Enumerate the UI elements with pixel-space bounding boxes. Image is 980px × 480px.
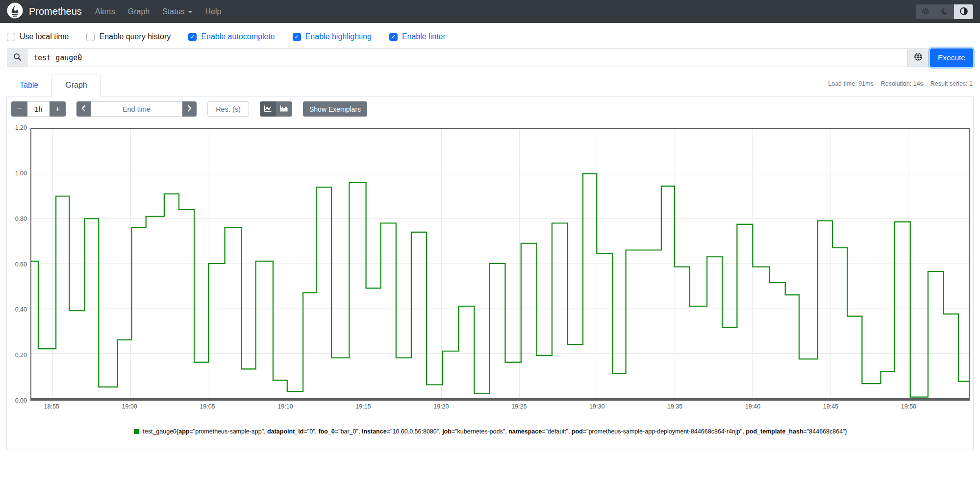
query-input[interactable] xyxy=(27,48,907,67)
legend: test_gauge0{app="prometheus-sample-app",… xyxy=(11,428,970,435)
x-tick-label: 19:45 xyxy=(823,403,838,410)
chevron-right-icon xyxy=(187,105,192,113)
checkbox-use-local-time[interactable]: Use local time xyxy=(7,32,69,41)
checkbox-enable-query-history[interactable]: Enable query history xyxy=(86,32,171,41)
series-swatch xyxy=(134,429,139,434)
nav-label: Graph xyxy=(128,7,150,16)
end-time-group xyxy=(76,101,197,117)
y-tick-label: 1.20 xyxy=(15,124,27,131)
range-stepper: − + xyxy=(11,101,66,117)
nav-links: Alerts Graph Status Help xyxy=(89,7,228,16)
prometheus-logo-icon xyxy=(7,2,23,21)
y-axis: 0.000.200.400.600.801.001.20 xyxy=(11,128,30,401)
chart: 0.000.200.400.600.801.001.20 18:5519:001… xyxy=(11,128,970,414)
checkbox-enable-autocomplete[interactable]: Enable autocomplete xyxy=(188,32,275,41)
tabs-row: Table Graph Load time: 91ms Resolution: … xyxy=(6,72,974,96)
load-time: Load time: 91ms xyxy=(828,80,873,87)
plot-area[interactable] xyxy=(30,128,970,401)
chart-type-toggle xyxy=(260,101,292,117)
chevron-left-icon xyxy=(81,105,86,113)
x-tick-label: 19:15 xyxy=(355,403,371,410)
range-increase-button[interactable]: + xyxy=(50,101,66,117)
navbar: Prometheus Alerts Graph Status Help xyxy=(0,0,980,23)
y-tick-label: 0.40 xyxy=(15,306,27,313)
checkbox-label: Enable query history xyxy=(99,32,171,41)
x-tick-label: 19:30 xyxy=(589,403,604,410)
checkbox-box[interactable] xyxy=(389,33,398,41)
checkbox-label: Use local time xyxy=(20,32,69,41)
settings-button[interactable] xyxy=(916,4,935,19)
query-stats: Load time: 91ms Resolution: 14s Result s… xyxy=(828,80,973,87)
checkbox-label: Enable highlighting xyxy=(305,32,372,41)
x-tick-label: 19:25 xyxy=(511,403,527,410)
legend-item[interactable]: test_gauge0{app="prometheus-sample-app",… xyxy=(134,428,847,435)
contrast-auto-icon xyxy=(959,7,968,17)
series-label: test_gauge0{app="prometheus-sample-app",… xyxy=(143,428,847,435)
y-tick-label: 0.80 xyxy=(15,216,27,222)
gear-icon xyxy=(921,7,930,17)
nav-label: Status xyxy=(162,7,184,16)
theme-toggle-group xyxy=(916,4,973,19)
resolution: Resolution: 14s xyxy=(881,80,923,87)
nav-label: Help xyxy=(205,7,222,16)
show-exemplars-button[interactable]: Show Exemplars xyxy=(303,101,367,117)
checkbox-box[interactable] xyxy=(188,33,197,41)
checkbox-label: Enable linter xyxy=(402,32,446,41)
x-tick-label: 19:00 xyxy=(122,403,137,410)
checkbox-box[interactable] xyxy=(86,33,95,41)
tab-graph[interactable]: Graph xyxy=(51,74,101,96)
options-row: Use local time Enable query history Enab… xyxy=(7,31,973,43)
x-tick-label: 19:40 xyxy=(745,403,760,410)
brand-text: Prometheus xyxy=(29,6,82,17)
x-tick-label: 18:55 xyxy=(44,403,59,410)
result-series: Result series: 1 xyxy=(930,80,973,87)
tab-table[interactable]: Table xyxy=(6,74,51,96)
line-chart-button[interactable] xyxy=(260,101,276,117)
x-tick-label: 19:10 xyxy=(277,403,293,410)
nav-item-graph[interactable]: Graph xyxy=(122,7,156,16)
search-icon xyxy=(13,53,22,63)
moon-icon xyxy=(940,7,949,17)
x-tick-label: 19:05 xyxy=(200,403,215,410)
nav-label: Alerts xyxy=(95,7,115,16)
brand-link[interactable]: Prometheus xyxy=(7,2,82,21)
checkbox-box[interactable] xyxy=(7,33,15,41)
checkbox-label: Enable autocomplete xyxy=(201,32,275,41)
execute-button[interactable]: Execute xyxy=(930,48,973,67)
globe-icon xyxy=(914,52,923,63)
y-tick-label: 0.60 xyxy=(15,261,27,268)
graph-panel: − + xyxy=(6,96,974,450)
y-tick-label: 0.00 xyxy=(15,397,27,404)
time-back-button[interactable] xyxy=(76,101,91,117)
y-tick-label: 0.20 xyxy=(15,352,27,359)
auto-theme-button[interactable] xyxy=(954,4,973,19)
line-chart-icon xyxy=(264,105,272,114)
search-addon xyxy=(7,48,27,67)
area-chart-icon xyxy=(280,105,288,114)
checkbox-box[interactable] xyxy=(293,33,301,41)
chevron-down-icon xyxy=(188,11,193,13)
range-decrease-button[interactable]: − xyxy=(11,101,27,117)
range-input[interactable] xyxy=(27,101,50,117)
series-line xyxy=(31,174,969,397)
checkbox-enable-highlighting[interactable]: Enable highlighting xyxy=(293,32,372,41)
end-time-input[interactable] xyxy=(91,101,182,117)
graph-controls: − + xyxy=(11,101,970,117)
dark-theme-button[interactable] xyxy=(935,4,954,19)
x-tick-label: 19:20 xyxy=(433,403,449,410)
time-forward-button[interactable] xyxy=(182,101,197,117)
y-tick-label: 1.00 xyxy=(15,170,27,177)
x-axis: 18:5519:0019:0519:1019:1519:2019:2519:30… xyxy=(30,403,970,413)
nav-item-alerts[interactable]: Alerts xyxy=(89,7,122,16)
nav-item-status[interactable]: Status xyxy=(156,7,199,16)
nav-item-help[interactable]: Help xyxy=(199,7,228,16)
metrics-explorer-addon[interactable] xyxy=(907,48,929,67)
x-tick-label: 19:50 xyxy=(901,403,916,410)
x-tick-label: 19:35 xyxy=(667,403,682,410)
stacked-chart-button[interactable] xyxy=(276,101,292,117)
resolution-input[interactable] xyxy=(207,101,249,117)
checkbox-enable-linter[interactable]: Enable linter xyxy=(389,32,446,41)
query-bar: Execute xyxy=(7,48,973,67)
